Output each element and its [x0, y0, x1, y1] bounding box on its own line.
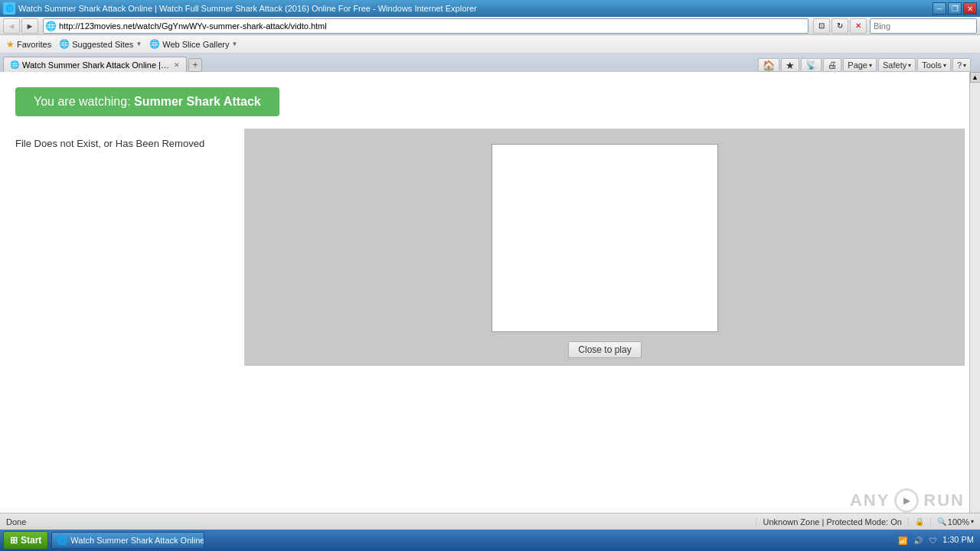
help-button[interactable]: ? ▾ [952, 58, 971, 72]
watching-title: Summer Shark Attack [134, 95, 261, 108]
watermark-text: ANY [850, 491, 890, 510]
favorites-star-icon: ★ [6, 39, 15, 50]
window-controls: ─ ❐ ✕ [933, 2, 977, 15]
taskbar-ie-icon: 🌐 [57, 536, 67, 546]
system-clock: 1:30 PM [942, 535, 974, 545]
zoom-value: 100% [948, 517, 969, 527]
forward-button[interactable]: ► [21, 18, 38, 34]
watermark-run-text: RUN [923, 491, 965, 510]
page-inner: You are watching: Summer Shark Attack Fi… [0, 72, 980, 551]
video-player [492, 144, 718, 332]
taskbar-items: 🌐 Watch Summer Shark Attack Online | Wat… [51, 532, 204, 549]
back-button[interactable]: ◄ [3, 18, 20, 34]
taskbar-ie-label: Watch Summer Shark Attack Online | Watch… [70, 536, 204, 545]
tray-network-icon: 📶 [897, 534, 909, 546]
nav-bar: ◄ ► 🌐 ⊡ ↻ ✕ 🔍 [0, 17, 980, 35]
suggested-sites-button[interactable]: 🌐 Suggested Sites ▼ [59, 39, 142, 49]
video-area: Close to play [245, 129, 965, 366]
status-bar: Done Unknown Zone | Protected Mode: On 🔒… [0, 513, 980, 530]
title-bar: 🌐 Watch Summer Shark Attack Online | Wat… [0, 0, 980, 17]
home-button[interactable]: 🏠 [758, 58, 779, 72]
safety-button[interactable]: Safety ▾ [878, 58, 916, 72]
taskbar: ⊞ Start 🌐 Watch Summer Shark Attack Onli… [0, 530, 980, 551]
suggested-sites-arrow: ▼ [136, 41, 142, 47]
zoom-arrow: ▾ [971, 518, 974, 525]
tab-close-button[interactable]: ✕ [174, 61, 180, 69]
favorites-bar: ★ Favorites 🌐 Suggested Sites ▼ 🌐 Web Sl… [0, 35, 980, 54]
left-panel: File Does not Exist, or Has Been Removed [15, 129, 245, 366]
main-area: You are watching: Summer Shark Attack Fi… [0, 72, 980, 551]
zoom-level[interactable]: 🔍 100% ▾ [930, 517, 980, 527]
watermark-play-icon: ▶ [894, 488, 919, 513]
protected-mode-icon: 🔒 [908, 517, 930, 526]
web-slice-button[interactable]: 🌐 Web Slice Gallery ▼ [149, 39, 237, 49]
favorites-button[interactable]: ★ Favorites [6, 39, 51, 50]
watermark: ANY ▶ RUN [850, 488, 965, 513]
tab-bar: 🌐 Watch Summer Shark Attack Online | Wat… [0, 54, 980, 72]
security-zone-text: Unknown Zone | Protected Mode: On [756, 517, 907, 527]
content-area: File Does not Exist, or Has Been Removed… [15, 129, 965, 366]
browser-icon: 🌐 [3, 2, 15, 15]
tab-icon: 🌐 [10, 60, 19, 69]
page-button[interactable]: Page ▾ [843, 58, 877, 72]
suggested-sites-icon: 🌐 [59, 39, 70, 49]
taskbar-right: 📶 🔊 🛡 1:30 PM [893, 534, 977, 546]
feeds-button[interactable]: 📡 [801, 58, 822, 72]
close-window-button[interactable]: ✕ [963, 2, 977, 15]
address-bar[interactable] [57, 21, 808, 31]
watching-banner: You are watching: Summer Shark Attack [15, 87, 279, 116]
compat-button[interactable]: ⊡ [813, 18, 830, 34]
start-label: Start [21, 535, 41, 546]
web-slice-label: Web Slice Gallery [162, 40, 229, 49]
tray-volume-icon: 🔊 [912, 534, 924, 546]
address-lock-icon: 🌐 [44, 21, 57, 31]
toolbar-button-group: 🏠 ★ 📡 🖨 Page ▾ Safety ▾ Tools ▾ ? ▾ [758, 58, 971, 72]
search-box-container: 🔍 [870, 18, 977, 34]
close-to-play-button[interactable]: Close to play [568, 341, 641, 358]
search-input[interactable] [871, 21, 980, 31]
watching-prefix: You are watching: [34, 95, 134, 108]
suggested-sites-label: Suggested Sites [72, 40, 133, 49]
favorites-toolbar-button[interactable]: ★ [781, 58, 799, 72]
page-scrollbar: ▲ ▼ [969, 72, 980, 551]
window-title: Watch Summer Shark Attack Online | Watch… [18, 4, 933, 13]
active-tab[interactable]: 🌐 Watch Summer Shark Attack Online | Wat… [3, 57, 187, 72]
windows-icon: ⊞ [10, 535, 18, 546]
scroll-up-button[interactable]: ▲ [970, 72, 981, 83]
print-button[interactable]: 🖨 [823, 58, 841, 72]
address-bar-container: 🌐 [43, 18, 808, 34]
taskbar-ie-item[interactable]: 🌐 Watch Summer Shark Attack Online | Wat… [51, 532, 204, 549]
status-text: Done [0, 517, 756, 527]
stop-button[interactable]: ✕ [850, 18, 867, 34]
start-button[interactable]: ⊞ Start [3, 531, 48, 549]
refresh-button[interactable]: ↻ [831, 18, 848, 34]
restore-button[interactable]: ❐ [948, 2, 962, 15]
tools-button[interactable]: Tools ▾ [917, 58, 951, 72]
web-slice-arrow: ▼ [232, 41, 238, 47]
minimize-button[interactable]: ─ [933, 2, 946, 15]
web-slice-icon: 🌐 [149, 39, 160, 49]
zoom-icon: 🔍 [937, 517, 946, 526]
file-not-exist-text: File Does not Exist, or Has Been Removed [15, 135, 244, 152]
toolbar-right: 🏠 ★ 📡 🖨 Page ▾ Safety ▾ Tools ▾ ? ▾ [202, 58, 977, 72]
browser-window: 🌐 Watch Summer Shark Attack Online | Wat… [0, 0, 980, 551]
tab-title: Watch Summer Shark Attack Online | Watch… [22, 60, 171, 70]
new-tab-button[interactable]: + [188, 58, 202, 72]
favorites-label: Favorites [17, 40, 51, 49]
tray-security-icon: 🛡 [927, 534, 939, 546]
